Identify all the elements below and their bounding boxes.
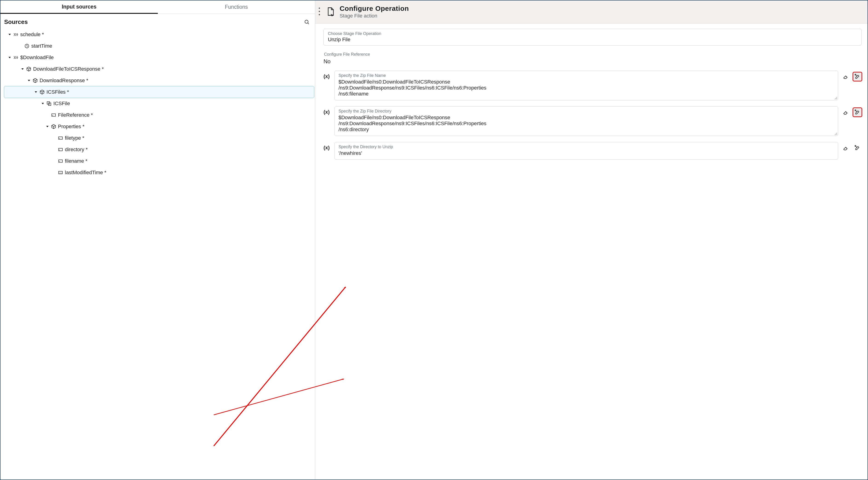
eraser-icon: [843, 73, 849, 80]
tree-label: ICSFiles *: [46, 89, 69, 95]
tools-icon: [855, 109, 860, 115]
choose-operation-field[interactable]: Choose Stage File Operation Unzip File: [323, 29, 862, 46]
tree-node-schedule[interactable]: schedule *: [4, 29, 314, 40]
clock-icon: [24, 43, 29, 49]
svg-point-14: [855, 110, 856, 111]
svg-point-0: [305, 20, 308, 23]
tree-label: DownloadFileToICSResponse *: [33, 66, 104, 72]
unzip-dir-value: '/newhires': [338, 150, 834, 156]
file-ref-label: Configure File Reference: [324, 52, 862, 57]
stack-icon: [46, 101, 52, 106]
cube-icon: [33, 78, 38, 83]
tools-button[interactable]: [853, 144, 862, 152]
flow-icon: [13, 32, 19, 37]
text-field-icon: [58, 136, 63, 141]
file-arrow-icon: [326, 7, 335, 17]
tree-label: schedule *: [20, 32, 44, 37]
number-field-icon: [58, 170, 63, 175]
zip-file-dir-row: (x) Specify the Zip File Directory $Down…: [323, 106, 862, 136]
svg-rect-7: [59, 148, 63, 151]
flow-icon: [13, 55, 19, 60]
zip-file-name-value: $DownloadFile/ns0:DownloadFileToICSRespo…: [338, 79, 834, 97]
resize-handle-icon[interactable]: [834, 131, 837, 135]
chevron-down-icon: [8, 56, 11, 59]
svg-rect-8: [59, 160, 63, 162]
zip-file-name-row: (x) Specify the Zip File Name $DownloadF…: [323, 71, 862, 100]
tree-label: ICSFile: [53, 100, 70, 107]
tree-label: directory *: [65, 147, 88, 153]
tree-label: filetype *: [65, 135, 84, 141]
chevron-down-icon: [21, 67, 24, 71]
chevron-down-icon: [8, 33, 11, 36]
drag-handle-icon[interactable]: [318, 7, 321, 17]
right-panel: Configure Operation Stage File action Ch…: [315, 0, 868, 480]
page-title: Configure Operation: [340, 5, 409, 12]
svg-point-13: [855, 74, 856, 75]
cube-icon: [26, 66, 31, 71]
tree-node-icsfiles[interactable]: ICSFiles *: [4, 86, 314, 98]
tree-label: $DownloadFile: [20, 55, 54, 61]
zip-file-dir-label: Specify the Zip File Directory: [338, 109, 834, 114]
tree-node-downloadfile[interactable]: $DownloadFile: [4, 52, 314, 63]
tree-node-starttime[interactable]: startTime: [4, 40, 314, 52]
right-body: Choose Stage File Operation Unzip File C…: [315, 24, 868, 480]
tools-button[interactable]: [853, 72, 862, 81]
cube-icon: [51, 124, 56, 129]
tree-node-properties[interactable]: Properties *: [4, 121, 314, 132]
zip-file-dir-value: $DownloadFile/ns0:DownloadFileToICSRespo…: [338, 115, 834, 132]
tree-label: lastModifiedTime *: [65, 170, 106, 176]
chevron-down-icon: [41, 102, 44, 106]
tools-icon: [855, 145, 860, 151]
cube-icon: [39, 90, 44, 95]
svg-point-10: [319, 8, 320, 9]
tools-icon: [855, 73, 860, 80]
svg-rect-9: [59, 172, 63, 174]
file-ref-value: No: [323, 58, 862, 65]
zip-file-name-label: Specify the Zip File Name: [338, 73, 834, 78]
sources-heading: Sources: [4, 19, 28, 26]
tree-node-directory[interactable]: directory *: [4, 144, 314, 155]
tree-label: startTime: [31, 43, 52, 49]
choose-operation-value: Unzip File: [328, 37, 857, 42]
right-header: Configure Operation Stage File action: [315, 0, 868, 24]
search-icon[interactable]: [304, 19, 310, 25]
erase-button[interactable]: [842, 72, 850, 81]
erase-button[interactable]: [842, 144, 850, 152]
zip-file-dir-input[interactable]: Specify the Zip File Directory $Download…: [335, 106, 838, 136]
unzip-dir-label: Specify the Directory to Unzip: [338, 145, 834, 149]
tab-input-sources[interactable]: Input sources: [0, 0, 158, 14]
tree-label: FileReference *: [58, 112, 93, 118]
tree-node-filename[interactable]: filename *: [4, 155, 314, 167]
tab-functions[interactable]: Functions: [158, 0, 315, 14]
tree-node-filetype[interactable]: filetype *: [4, 132, 314, 144]
erase-button[interactable]: [842, 108, 850, 116]
tree-label: filename *: [65, 158, 87, 164]
chevron-down-icon: [34, 90, 38, 94]
left-panel: Input sources Functions Sources schedule…: [0, 0, 315, 480]
tree-node-filereference[interactable]: FileReference *: [4, 109, 314, 121]
tree-node-dl-to-ics-response[interactable]: DownloadFileToICSResponse *: [4, 63, 314, 75]
page-subtitle: Stage File action: [340, 13, 409, 19]
tree-node-lastmodified[interactable]: lastModifiedTime *: [4, 167, 314, 178]
variable-marker: (x): [323, 106, 331, 115]
variable-marker: (x): [323, 71, 331, 80]
resize-handle-icon[interactable]: [834, 96, 837, 100]
zip-file-name-input[interactable]: Specify the Zip File Name $DownloadFile/…: [335, 71, 838, 100]
tabs: Input sources Functions: [0, 0, 315, 14]
chevron-down-icon: [45, 125, 49, 128]
tree-node-icsfile[interactable]: ICSFile: [4, 98, 314, 109]
eraser-icon: [843, 109, 849, 115]
text-field-icon: [51, 113, 56, 118]
svg-point-15: [855, 145, 856, 146]
unzip-dir-row: (x) Specify the Directory to Unzip '/new…: [323, 142, 862, 160]
text-field-icon: [58, 147, 63, 152]
tree-label: Properties *: [58, 124, 85, 129]
unzip-dir-input[interactable]: Specify the Directory to Unzip '/newhire…: [335, 142, 838, 160]
tree-label: DownloadResponse *: [39, 78, 88, 84]
tree-node-download-response[interactable]: DownloadResponse *: [4, 75, 314, 86]
svg-point-11: [319, 11, 320, 12]
svg-line-1: [308, 23, 309, 24]
variable-marker: (x): [323, 142, 331, 151]
svg-rect-6: [59, 137, 63, 140]
tools-button[interactable]: [853, 108, 862, 116]
